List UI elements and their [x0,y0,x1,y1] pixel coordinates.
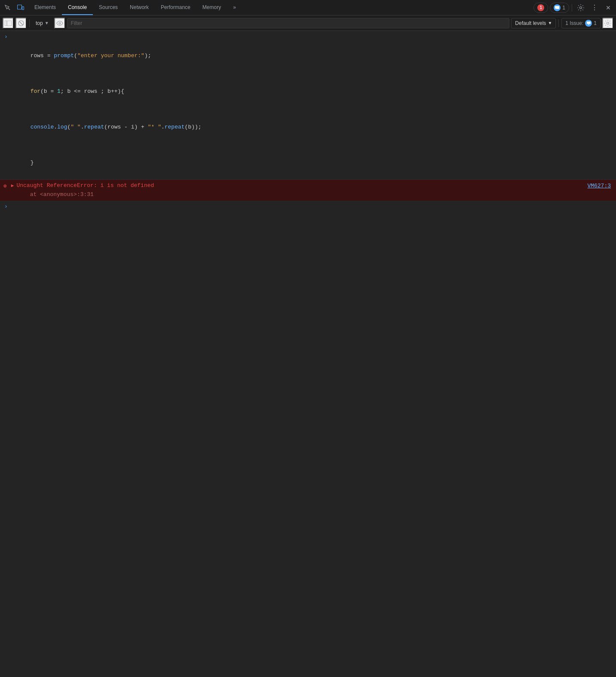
code-entry-row: › rows = prompt("enter your number:"); f… [0,31,616,180]
messages-count-label: 1 [562,5,565,11]
levels-dropdown-icon: ▼ [548,21,552,25]
error-text: Uncaught ReferenceError: i is not define… [16,181,154,199]
issues-label: 1 Issue: [565,20,583,26]
levels-label: Default levels [515,20,546,26]
issues-button[interactable]: 1 Issue: 1 [561,18,601,28]
tab-sources[interactable]: Sources [93,0,124,15]
error-source-link[interactable]: VM627:3 [587,181,616,189]
log-levels-button[interactable]: Default levels ▼ [511,18,556,28]
tab-performance[interactable]: Performance [155,0,196,15]
context-selector-button[interactable]: top ▼ [32,18,52,28]
message-count-badge [554,4,561,11]
issues-count-badge [585,20,592,27]
tab-more[interactable]: » [227,0,242,15]
issues-count-number: 1 [594,20,597,26]
svg-line-0 [8,8,10,10]
error-main-message: Uncaught ReferenceError: i is not define… [16,181,154,190]
input-prompt-arrow: › [0,33,10,40]
tab-network[interactable]: Network [124,0,155,15]
context-label: top [36,20,43,26]
settings-button[interactable] [575,2,587,14]
svg-point-3 [580,6,582,9]
tab-bar-right-actions: 1 1 ⋮ ✕ [533,2,614,14]
error-expand-toggle[interactable]: ▶ [11,181,15,188]
error-count-badge: 1 [537,4,544,11]
error-row: ⊗ ▶ Uncaught ReferenceError: i is not de… [0,180,616,201]
inspect-element-button[interactable] [2,2,14,14]
toolbar-divider-1 [29,19,30,27]
close-devtools-button[interactable]: ✕ [602,2,614,14]
error-stack-trace: at <anonymous>:3:31 [16,190,154,199]
svg-marker-10 [588,24,590,25]
sidebar-toggle-button[interactable] [3,18,14,29]
error-left: ⊗ ▶ Uncaught ReferenceError: i is not de… [0,181,154,199]
device-toggle-button[interactable] [15,2,27,14]
console-toolbar: top ▼ Default levels ▼ 1 Issue: 1 [0,15,616,31]
error-circle-icon: ⊗ [0,181,9,190]
svg-point-11 [607,22,609,24]
code-block: rows = prompt("enter your number:"); for… [10,33,202,178]
svg-point-8 [59,22,61,24]
svg-rect-1 [18,5,22,9]
messages-badge-button[interactable]: 1 [550,3,569,13]
tab-elements[interactable]: Elements [28,0,62,15]
toolbar-divider-2 [558,19,559,27]
svg-rect-4 [5,21,12,26]
more-options-button[interactable]: ⋮ [588,2,601,14]
divider [572,4,572,12]
errors-badge-button[interactable]: 1 [533,3,548,13]
clear-console-button[interactable] [15,18,27,29]
svg-line-7 [19,21,23,25]
svg-rect-2 [22,6,24,9]
console-settings-button[interactable] [602,18,613,29]
main-tabs: Elements Console Sources Network Perform… [28,0,533,15]
console-output: › rows = prompt("enter your number:"); f… [0,31,616,677]
console-prompt-icon: › [0,202,10,210]
svg-rect-9 [587,21,591,24]
tab-bar-left-icons [2,2,27,14]
more-dots-icon: ⋮ [591,3,598,12]
filter-input[interactable] [67,18,510,28]
tab-console[interactable]: Console [62,0,93,15]
close-icon: ✕ [606,4,611,11]
tab-memory[interactable]: Memory [196,0,227,15]
tab-bar: Elements Console Sources Network Perform… [0,0,616,15]
live-expression-button[interactable] [54,18,65,29]
console-input-line[interactable]: › [0,201,616,211]
context-dropdown-icon: ▼ [45,21,49,25]
